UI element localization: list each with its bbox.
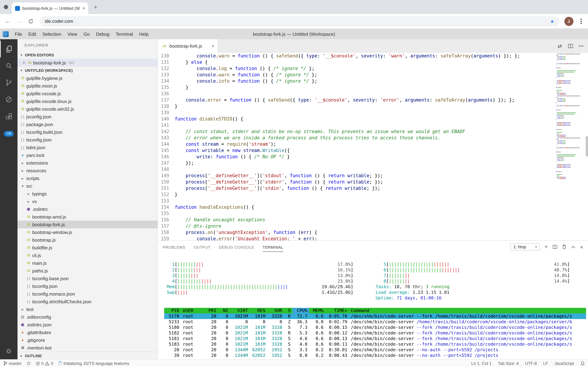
tree-item-.eslintrc.json[interactable]: .eslintrc.json — [17, 321, 157, 328]
tree-item-resources[interactable]: ▸resources — [17, 167, 157, 174]
column-header-s[interactable]: S — [284, 308, 292, 313]
terminal-picker[interactable]: 1: htop ▾ — [510, 243, 540, 250]
settings-gear-button[interactable] — [5, 347, 13, 355]
minimap[interactable] — [556, 54, 585, 240]
indentation-button[interactable]: Tab Size: 4 — [498, 361, 519, 366]
close-icon[interactable]: × — [21, 60, 27, 65]
tree-item-tslint.json[interactable]: {}tslint.json — [17, 144, 157, 151]
menu-file[interactable]: File — [12, 31, 25, 37]
editor-scrollbar[interactable] — [586, 136, 588, 157]
tree-item-jsconfig.json[interactable]: {}jsconfig.json — [17, 113, 157, 120]
menu-edit[interactable]: Edit — [25, 31, 39, 37]
split-editor-button[interactable] — [568, 43, 573, 49]
tree-item-paths.js[interactable]: JSpaths.js — [17, 267, 157, 275]
outline-header[interactable]: ▸ OUTLINE — [17, 352, 157, 359]
tree-item-gulpfile.vscode.js[interactable]: JSgulpfile.vscode.js — [17, 90, 157, 97]
tree-item-test[interactable]: ▸test — [17, 305, 157, 313]
open-editors-header[interactable]: ▾ OPEN EDITORS — [17, 51, 157, 59]
menu-view[interactable]: View — [64, 31, 81, 37]
branch-button[interactable]: master — [3, 361, 22, 366]
column-header-res[interactable]: RES — [250, 308, 267, 313]
column-header-ni[interactable]: NI — [218, 308, 230, 313]
menu-go[interactable]: Go — [81, 31, 93, 37]
browser-menu-icon[interactable] — [580, 20, 582, 22]
reload-button[interactable] — [28, 18, 35, 24]
tree-item-bootstrap-window.js[interactable]: JSbootstrap-window.js — [17, 228, 157, 236]
split-terminal-button[interactable] — [552, 244, 557, 249]
encoding-button[interactable]: UTF-8 — [525, 361, 537, 366]
close-panel-button[interactable]: × — [580, 244, 583, 250]
switch-editors-icon[interactable]: ⇄ — [558, 43, 562, 49]
bookmark-star-icon[interactable]: ★ — [550, 18, 555, 24]
tree-item-extensions[interactable]: ▸extensions — [17, 159, 157, 167]
window-control-icon[interactable] — [4, 5, 8, 9]
tree-item-tsconfig.strictNullChecks.json[interactable]: {}tsconfig.strictNullChecks.json — [17, 298, 157, 305]
collaboration-toggle[interactable]: Off — [4, 131, 14, 137]
process-row-5181[interactable]: 5181root2001021M181M3328S4.60.60:00.13/d… — [164, 336, 586, 342]
coder-logo-icon[interactable]: ‹› — [3, 31, 9, 37]
tree-item-scripts[interactable]: ▸scripts — [17, 174, 157, 182]
tab-close-icon[interactable]: × — [83, 6, 85, 11]
maximize-panel-button[interactable] — [571, 245, 575, 249]
activity-debug-button[interactable] — [0, 91, 17, 108]
panel-tab-debug-console[interactable]: DEBUG CONSOLE — [219, 242, 254, 251]
column-header-virt[interactable]: VIRT — [230, 308, 250, 313]
tree-item-tsconfig.build.json[interactable]: {}tsconfig.build.json — [17, 128, 157, 136]
tree-item-cli.js[interactable]: JScli.js — [17, 251, 157, 259]
column-header-pid[interactable]: PID — [164, 308, 181, 313]
tab-close-icon[interactable]: × — [212, 43, 214, 49]
forward-button[interactable]: → — [16, 18, 23, 25]
process-row-5183[interactable]: 5183root2001021M181M3328S4.00.60:00.11/d… — [164, 342, 586, 347]
tree-item-main.js[interactable]: JSmain.js — [17, 259, 157, 267]
activity-explorer-button[interactable] — [0, 41, 17, 58]
new-tab-button[interactable]: + — [91, 3, 100, 12]
tree-item-tsconfig.base.json[interactable]: {}tsconfig.base.json — [17, 275, 157, 282]
tree-item-gulpfile.vscode.win32.js[interactable]: JSgulpfile.vscode.win32.js — [17, 105, 157, 113]
process-row-5178[interactable]: 5178root2001021M181M3328R72.70.60:05.70/… — [164, 313, 586, 319]
notifications-bell-button[interactable] — [580, 361, 585, 366]
column-header-time[interactable]: TIME+ — [325, 308, 349, 313]
language-mode-button[interactable]: JavaScript — [555, 361, 574, 366]
tree-item-buildfile.js[interactable]: JSbuildfile.js — [17, 244, 157, 251]
new-terminal-button[interactable]: + — [545, 244, 548, 250]
menu-terminal[interactable]: Terminal — [113, 31, 136, 37]
cursor-position-button[interactable]: Ln 1, Col 1 — [471, 361, 492, 366]
tree-item-.gitattributes[interactable]: ◆.gitattributes — [17, 328, 157, 336]
process-row-39[interactable]: 39root2001344M620521952S0.00.20:00.43/de… — [164, 353, 586, 358]
process-row-5233[interactable]: 5233root200000Z36.30.00:02.79/dev/shm/bi… — [164, 319, 586, 325]
process-row-20[interactable]: 20root2001344M620521952S3.30.20:30.01/de… — [164, 347, 586, 353]
url-text[interactable]: ide.coder.com — [45, 18, 547, 24]
tree-item-gulpfile.mixin.js[interactable]: JSgulpfile.mixin.js — [17, 82, 157, 90]
panel-tab-problems[interactable]: PROBLEMS — [163, 242, 185, 251]
editor-tab[interactable]: JS bootstrap-fork.js × — [158, 39, 218, 53]
tree-item-.mention-bot[interactable]: .mention-bot — [17, 344, 157, 352]
language-status[interactable]: Initializing JS/TS language features — [58, 361, 129, 366]
column-header-cpupct[interactable]: CPU% — [292, 308, 309, 313]
column-header-shr[interactable]: SHR — [267, 308, 284, 313]
menu-help[interactable]: Help — [136, 31, 152, 37]
code-editor[interactable]: 130 console.warn = function () { safeSen… — [158, 53, 588, 240]
terminal[interactable]: 1[||||||||||17.8%]2[|||||||||16.1%]3[|||… — [158, 253, 588, 359]
sync-button[interactable] — [26, 361, 31, 366]
tree-item-vs[interactable]: ▸vs — [17, 198, 157, 205]
panel-tab-output[interactable]: OUTPUT — [194, 242, 210, 251]
profile-avatar[interactable]: J — [564, 17, 573, 26]
tree-item-yarn.lock[interactable]: ◆yarn.lock — [17, 151, 157, 159]
open-editor-item[interactable]: × JS bootstrap-fork.js src — [17, 59, 157, 67]
tree-item-gulpfile.vscode.linux.js[interactable]: JSgulpfile.vscode.linux.js — [17, 97, 157, 105]
activity-search-button[interactable] — [0, 58, 17, 74]
tree-item-package.json[interactable]: {}package.json — [17, 120, 157, 128]
tree-item-.gitignore[interactable]: ◆.gitignore — [17, 336, 157, 344]
eol-button[interactable]: LF — [543, 361, 548, 366]
column-header-pri[interactable]: PRI — [204, 308, 218, 313]
tree-item-bootstrap-amd.js[interactable]: JSbootstrap-amd.js — [17, 213, 157, 221]
menu-debug[interactable]: Debug — [93, 31, 113, 37]
tree-item-tsconfig.monaco.json[interactable]: {}tsconfig.monaco.json — [17, 290, 157, 298]
tree-item-bootstrap-fork.js[interactable]: JSbootstrap-fork.js — [17, 221, 157, 228]
panel-tab-terminal[interactable]: TERMINAL — [263, 242, 283, 252]
tree-item-typings[interactable]: ▸typings — [17, 190, 157, 198]
tree-item-.editorconfig[interactable]: .editorconfig — [17, 313, 157, 321]
browser-tab[interactable]: bootstrap-fork.js — Untitled (W × — [12, 2, 88, 14]
menu-selection[interactable]: Selection — [39, 31, 64, 37]
problems-button[interactable]: 0 0 — [35, 361, 53, 366]
